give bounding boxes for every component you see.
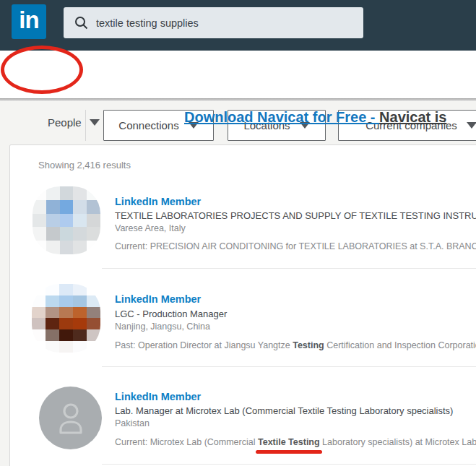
pixel-cell [59, 284, 73, 295]
pixel-cell [59, 329, 73, 341]
member-headline: LGC - Production Manager [115, 308, 227, 319]
member-name-link[interactable]: LinkedIn Member [115, 196, 201, 207]
result-divider [102, 464, 476, 465]
search-input[interactable] [96, 17, 363, 29]
filter-people-label: People [48, 116, 82, 129]
chevron-down-icon [467, 122, 476, 129]
pixel-cell [46, 295, 59, 307]
pixel-cell [60, 227, 74, 241]
pixel-cell [46, 241, 60, 254]
pixel-cell [60, 186, 74, 200]
member-location: Varese Area, Italy [115, 223, 186, 233]
pixel-cell [46, 284, 59, 295]
search-results-card: Showing 2,416 results LinkedIn Member TE… [9, 144, 476, 466]
pixel-cell [46, 214, 60, 228]
member-snippet: Past: Operation Director at Jiangsu Yang… [115, 340, 476, 350]
member-headline: Lab. Manager at Microtex Lab (Commercial… [115, 405, 453, 416]
snippet-part: Testing [293, 340, 324, 350]
member-snippet: Current: Microtex Lab (Commercial Textil… [115, 437, 476, 447]
pixel-cell [73, 341, 87, 353]
pixel-cell [73, 295, 87, 307]
pixel-cell [87, 284, 100, 295]
pixel-cell [73, 307, 87, 319]
pixel-cell [87, 214, 100, 228]
pixel-cell [59, 295, 73, 307]
pixel-cell [59, 307, 73, 319]
pixel-row [33, 227, 100, 241]
pixel-cell [46, 318, 59, 329]
search-bar[interactable] [64, 7, 363, 38]
pixel-cell [59, 341, 73, 353]
top-navigation-bar: in [0, 0, 476, 51]
filter-bar-shadow [0, 98, 476, 101]
pixel-row [33, 214, 100, 228]
pixel-row [32, 318, 100, 329]
pixel-cell [32, 318, 46, 329]
annotation-underline-target: Textile Testing [258, 437, 320, 447]
snippet-part: Certification and Inspection Corporation [324, 340, 476, 350]
pixel-cell [46, 341, 59, 353]
pixel-cell [73, 284, 87, 295]
filter-bar: People Connections Locations Current com… [0, 51, 476, 98]
pixel-row [32, 341, 100, 353]
result-divider [102, 366, 476, 367]
ad-link-text[interactable]: Download Navicat for Free - [184, 109, 379, 125]
linkedin-logo[interactable]: in [12, 4, 46, 39]
snippet-part: Current: Microtex Lab (Commercial [115, 437, 258, 447]
pixel-cell [73, 214, 87, 228]
pixel-cell [33, 200, 46, 214]
pixel-cell [73, 227, 87, 241]
chevron-down-icon [90, 119, 100, 126]
member-name-link[interactable]: LinkedIn Member [115, 391, 201, 402]
pixel-cell [73, 318, 87, 329]
ad-rest-text: Navicat is [379, 109, 446, 125]
results-count: Showing 2,416 results [38, 160, 131, 171]
filter-people[interactable]: People [48, 116, 100, 129]
pixel-cell [32, 307, 46, 319]
pixel-cell [46, 200, 60, 214]
ad-banner-link[interactable]: Download Navicat for Free - Navicat is [184, 109, 446, 126]
person-icon [56, 402, 86, 435]
pixel-cell [87, 341, 100, 353]
pixel-cell [46, 227, 60, 241]
pixel-cell [33, 241, 46, 254]
pixel-cell [60, 214, 74, 228]
pixel-row [33, 186, 100, 200]
pixel-cell [32, 295, 46, 307]
ghost-avatar[interactable] [39, 387, 102, 449]
pixel-row [32, 307, 100, 319]
pixel-cell [59, 318, 73, 329]
pixel-cell [87, 200, 100, 214]
pixel-cell [87, 318, 100, 329]
blurred-photo-pixels [33, 186, 100, 254]
pixel-cell [33, 186, 46, 200]
pixel-cell [46, 329, 59, 341]
pixel-cell [33, 227, 46, 241]
pixel-cell [46, 307, 59, 319]
pixel-cell [73, 200, 87, 214]
profile-photo[interactable] [32, 284, 100, 353]
result-divider [102, 268, 476, 269]
pixel-cell [60, 200, 74, 214]
member-location: Pakistan [115, 418, 150, 428]
member-name-link[interactable]: LinkedIn Member [115, 293, 201, 305]
pixel-cell [73, 186, 87, 200]
pixel-row [32, 284, 100, 295]
pixel-cell [32, 341, 46, 353]
pixel-row [33, 241, 100, 254]
pixel-cell [73, 329, 87, 341]
pixel-cell [46, 186, 60, 200]
filter-divider [85, 110, 86, 141]
profile-photo[interactable] [33, 186, 100, 254]
pixel-cell [87, 307, 100, 319]
snippet-part: Past: Operation Director at Jiangsu Yang… [115, 340, 293, 350]
member-snippet: Current: PRECISION AIR CONDITONING for T… [115, 241, 476, 251]
pixel-cell [87, 227, 100, 241]
search-icon [74, 16, 88, 30]
pixel-cell [87, 295, 100, 307]
pixel-cell [87, 241, 100, 254]
pixel-cell [60, 241, 74, 254]
member-location: Nanjing, Jiangsu, China [115, 322, 210, 332]
filter-connections-label: Connections [118, 119, 178, 131]
pixel-row [33, 200, 100, 214]
